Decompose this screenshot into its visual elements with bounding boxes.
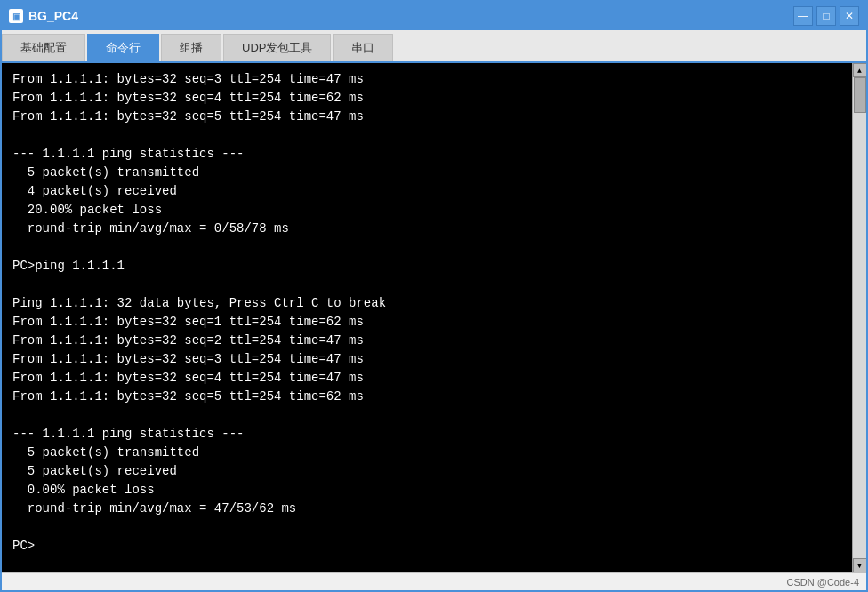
main-window: ▣ BG_PC4 — □ ✕ 基础配置 命令行 组播 UDP发包工具 串口 Fr… (0, 0, 868, 592)
title-bar-left: ▣ BG_PC4 (9, 9, 78, 23)
tab-command-line[interactable]: 命令行 (87, 34, 159, 61)
content-area: From 1.1.1.1: bytes=32 seq=3 ttl=254 tim… (2, 63, 866, 572)
close-button[interactable]: ✕ (840, 6, 859, 26)
title-bar-controls: — □ ✕ (793, 6, 859, 26)
terminal-output[interactable]: From 1.1.1.1: bytes=32 seq=3 ttl=254 tim… (2, 63, 852, 572)
window-icon: ▣ (9, 9, 23, 23)
status-bar: CSDN @Code-4 (2, 572, 866, 590)
tab-multicast[interactable]: 组播 (161, 34, 221, 61)
title-bar: ▣ BG_PC4 — □ ✕ (2, 2, 866, 30)
scrollbar[interactable]: ▲ ▼ (852, 63, 866, 572)
minimize-button[interactable]: — (793, 6, 813, 26)
scroll-thumb[interactable] (854, 77, 866, 113)
status-text: CSDN @Code-4 (787, 577, 859, 588)
tab-serial[interactable]: 串口 (333, 34, 393, 61)
maximize-button[interactable]: □ (816, 6, 836, 26)
scroll-track[interactable] (853, 77, 866, 558)
scroll-up-button[interactable]: ▲ (853, 63, 867, 77)
tab-udp-tool[interactable]: UDP发包工具 (223, 34, 331, 61)
window-title: BG_PC4 (28, 9, 78, 23)
tab-basic-config[interactable]: 基础配置 (2, 34, 85, 61)
scroll-down-button[interactable]: ▼ (853, 558, 867, 572)
tab-bar: 基础配置 命令行 组播 UDP发包工具 串口 (2, 30, 866, 63)
